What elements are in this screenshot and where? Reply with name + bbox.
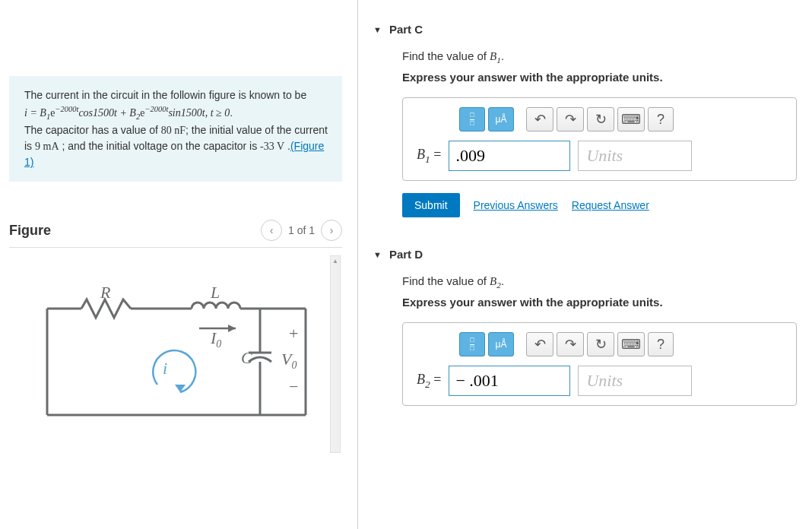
svg-text:i: i — [163, 359, 167, 378]
part-c-actions: Submit Previous Answers Request Answer — [402, 193, 797, 217]
undo-button[interactable]: ↶ — [526, 332, 553, 356]
help-button[interactable]: ? — [648, 332, 674, 356]
svg-text:−: − — [289, 377, 298, 396]
part-d-instruct: Express your answer with the appropriate… — [402, 296, 797, 309]
left-pane: The current in the circuit in the follow… — [0, 0, 357, 529]
part-d-prompt: Find the value of B2. — [402, 274, 797, 290]
part-d-header[interactable]: ▼ Part D — [373, 248, 797, 261]
part-d-title: Part D — [389, 248, 423, 261]
svg-text:I0: I0 — [210, 328, 221, 350]
part-c: ▼ Part C Find the value of B1. Express y… — [373, 23, 797, 217]
problem-intro: The current in the circuit in the follow… — [24, 89, 306, 101]
units-tool-button[interactable]: μÅ — [488, 107, 514, 131]
part-c-units-input[interactable]: Units — [578, 141, 692, 171]
figure-section: Figure ‹ 1 of 1 › ▲ — [9, 220, 342, 453]
part-c-var-label: B1 = — [417, 147, 441, 166]
part-d-units-input[interactable]: Units — [578, 366, 692, 396]
part-d: ▼ Part D Find the value of B2. Express y… — [373, 248, 797, 406]
scroll-up-icon[interactable]: ▲ — [331, 256, 340, 267]
collapse-icon: ▼ — [373, 250, 382, 259]
part-d-value-input[interactable] — [449, 366, 570, 396]
part-c-header[interactable]: ▼ Part C — [373, 23, 797, 36]
svg-text:C: C — [241, 348, 252, 367]
part-c-title: Part C — [389, 23, 423, 36]
part-c-toolbar: □□ μÅ ↶ ↷ ↻ ⌨ ? — [459, 107, 785, 131]
figure-scrollbar[interactable]: ▲ — [330, 255, 341, 453]
svg-text:L: L — [210, 286, 220, 302]
keyboard-button[interactable]: ⌨ — [617, 332, 645, 356]
redo-button[interactable]: ↷ — [557, 332, 584, 356]
reset-button[interactable]: ↻ — [587, 332, 614, 356]
help-button[interactable]: ? — [648, 107, 674, 131]
figure-nav-text: 1 of 1 — [288, 224, 315, 236]
part-c-instruct: Express your answer with the appropriate… — [402, 71, 797, 84]
part-c-answer-panel: □□ μÅ ↶ ↷ ↻ ⌨ ? B1 = Units — [402, 97, 797, 181]
template-icon[interactable]: □□ — [459, 107, 485, 131]
part-d-answer-panel: □□ μÅ ↶ ↷ ↻ ⌨ ? B2 = Units — [402, 322, 797, 406]
undo-button[interactable]: ↶ — [526, 107, 553, 131]
collapse-icon: ▼ — [373, 25, 382, 34]
part-d-toolbar: □□ μÅ ↶ ↷ ↻ ⌨ ? — [459, 332, 785, 356]
previous-answers-link[interactable]: Previous Answers — [474, 199, 558, 211]
keyboard-button[interactable]: ⌨ — [617, 107, 645, 131]
svg-text:V0: V0 — [281, 350, 297, 371]
figure-next-button[interactable]: › — [321, 220, 342, 241]
svg-marker-11 — [228, 325, 236, 332]
figure-prev-button[interactable]: ‹ — [261, 220, 282, 241]
equation: i = B1e−2000tcos1500t + B2e−2000tsin1500… — [24, 107, 230, 119]
problem-statement: The current in the circuit in the follow… — [9, 76, 342, 182]
part-c-value-input[interactable] — [449, 141, 570, 171]
units-tool-button[interactable]: μÅ — [488, 332, 514, 356]
part-c-prompt: Find the value of B1. — [402, 49, 797, 65]
redo-button[interactable]: ↷ — [557, 107, 584, 131]
figure-nav: ‹ 1 of 1 › — [261, 220, 342, 241]
figure-title: Figure — [9, 223, 51, 239]
right-pane: ▼ Part C Find the value of B1. Express y… — [357, 0, 812, 529]
circuit-diagram: R L I0 i C V0 + − — [32, 286, 336, 438]
svg-text:R: R — [100, 286, 111, 302]
reset-button[interactable]: ↻ — [587, 107, 614, 131]
part-d-var-label: B2 = — [417, 372, 441, 391]
part-c-submit-button[interactable]: Submit — [402, 193, 460, 217]
svg-text:+: + — [289, 324, 298, 343]
template-icon[interactable]: □□ — [459, 332, 485, 356]
request-answer-link[interactable]: Request Answer — [572, 199, 649, 211]
